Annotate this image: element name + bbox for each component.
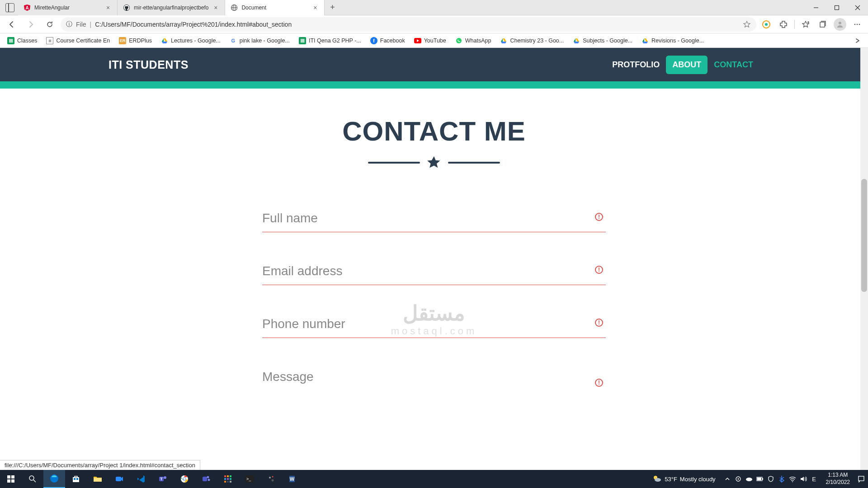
back-button[interactable] [4,17,20,32]
tab-actions-icon[interactable] [5,3,14,12]
info-icon[interactable]: ⓘ [66,20,72,28]
field-email[interactable]: Email address ! [262,264,606,285]
folder-icon [93,474,103,484]
scrollbar-thumb[interactable] [861,179,867,292]
google-icon: G [230,37,237,44]
close-icon[interactable]: × [104,4,112,11]
bookmark-revisions[interactable]: Revisions - Google... [638,35,708,46]
svg-text:>_: >_ [246,477,251,481]
bookmark-facebook[interactable]: fFacebook [367,35,409,46]
favorites-icon[interactable] [798,17,813,32]
brand-title[interactable]: ITI STUDENTS [108,58,189,71]
taskbar-terminal[interactable]: >_ [239,470,260,488]
svg-point-54 [207,476,209,479]
svg-rect-37 [11,479,14,483]
tab-3-active[interactable]: Document × [225,0,325,15]
weather-widget[interactable]: 53°F Mostly cloudy [647,474,720,484]
taskbar-edge[interactable] [43,470,65,488]
bookmark-subjects[interactable]: Subjects - Google... [569,35,636,46]
refresh-button[interactable] [42,17,58,32]
taskbar-chrome[interactable] [174,470,195,488]
tray-wifi-icon[interactable] [788,474,797,483]
close-icon[interactable]: × [311,4,319,11]
bookmark-classes[interactable]: ▦Classes [4,35,41,46]
collections-icon[interactable] [816,17,830,32]
taskbar-app2[interactable] [260,470,282,488]
svg-point-76 [746,478,752,481]
close-icon[interactable]: × [212,4,219,11]
bookmark-youtube[interactable]: YouTube [410,35,450,46]
bookmark-cert[interactable]: ≡Course Certificate En [42,35,113,46]
taskbar-clock[interactable]: 1:13 AM 2/10/2022 [821,472,854,486]
taskbar-word[interactable]: W [282,470,304,488]
new-tab-button[interactable]: + [325,0,340,15]
bookmark-pinklake[interactable]: Gpink lake - Google... [226,35,293,46]
vertical-scrollbar[interactable] [860,48,868,470]
svg-marker-26 [501,38,503,42]
favorite-star-icon[interactable] [743,20,751,28]
extensions-icon[interactable] [776,17,791,32]
nav-link-portfolio[interactable]: PROTFOLIO [606,56,666,74]
address-bar[interactable]: ⓘ File | C:/Users/MF/Documents/array/Pro… [61,17,756,32]
taskbar-teams2[interactable] [195,470,217,488]
address-bar-row: ⓘ File | C:/Users/MF/Documents/array/Pro… [0,15,868,33]
svg-point-55 [208,479,210,481]
svg-rect-57 [227,475,229,477]
tab-title: MiretteAngular [34,5,101,11]
field-message[interactable]: Message ! [262,370,606,390]
nav-link-about[interactable]: ABOUT [666,56,708,74]
tray-language[interactable]: E [810,474,819,483]
svg-point-49 [164,476,166,479]
field-fullname[interactable]: Full name ! [262,211,606,232]
taskbar-explorer[interactable] [87,470,108,488]
search-button[interactable] [22,470,43,488]
extension-colorpicker-icon[interactable] [759,17,774,32]
profile-avatar[interactable] [833,17,847,32]
start-button[interactable] [0,470,22,488]
taskbar-vscode[interactable] [130,470,152,488]
zoom-icon [114,474,124,484]
error-icon: ! [595,319,603,327]
bookmark-iti-qena[interactable]: ▦ITI Qena G2 PHP -... [295,35,365,46]
svg-rect-14 [820,22,825,27]
taskbar-app1[interactable] [217,470,239,488]
bookmark-whatsapp[interactable]: WhatsApp [452,35,495,46]
nav-link-contact[interactable]: CONTACT [708,56,760,74]
url-scheme: File [76,21,86,28]
svg-rect-61 [230,478,231,480]
tab-2[interactable]: mir-ette/angularfinalprojectbefo × [118,0,225,15]
tab-title: Document [241,5,308,11]
tray-bluetooth-icon[interactable] [777,474,786,483]
bookmark-lectures[interactable]: Lectures - Google... [157,35,224,46]
taskbar-store[interactable] [65,470,87,488]
tray-volume-icon[interactable] [799,474,808,483]
svg-marker-19 [164,38,167,42]
svg-rect-56 [224,475,226,477]
forward-button[interactable] [23,17,39,32]
tray-location-icon[interactable] [734,474,743,483]
bookmark-chemistry[interactable]: Chemistry 23 - Goo... [496,35,567,46]
svg-marker-25 [503,38,506,42]
notifications-button[interactable] [854,470,868,488]
maximize-button[interactable] [826,0,847,15]
weather-temp: 53°F [665,476,677,483]
tray-onedrive-icon[interactable] [745,474,754,483]
browser-titlebar: A MiretteAngular × mir-ette/angularfinal… [0,0,868,15]
bookmark-erdplus[interactable]: ERERDPlus [115,35,156,46]
tray-battery-icon[interactable] [755,474,764,483]
bookmarks-overflow-icon[interactable] [851,38,864,44]
tray-defender-icon[interactable] [766,474,775,483]
edge-icon [49,474,59,483]
svg-point-16 [854,23,856,25]
minimize-button[interactable] [806,0,826,15]
tab-1[interactable]: A MiretteAngular × [18,0,118,15]
taskbar-zoom[interactable] [108,470,130,488]
tray-chevron-up-icon[interactable] [723,474,732,483]
taskbar-teams[interactable]: T [152,470,174,488]
chrome-icon [179,474,189,484]
menu-dots-icon[interactable] [850,17,864,32]
close-window-button[interactable] [847,0,868,15]
svg-text:W: W [290,476,295,482]
drive-icon [573,37,580,44]
store-icon [71,474,81,484]
